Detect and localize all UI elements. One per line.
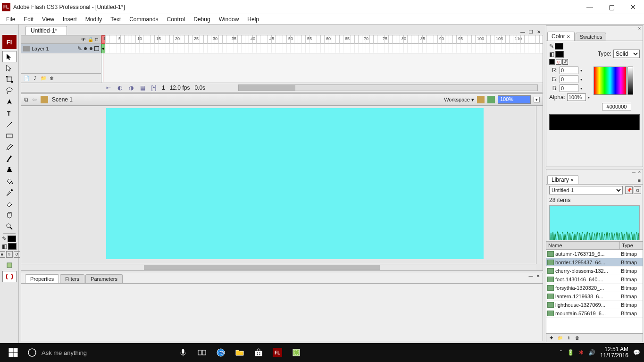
free-transform-tool[interactable] [2, 74, 17, 85]
modify-onion-markers-button[interactable]: [•] [151, 84, 157, 91]
timeline-toggle-icon[interactable]: ⧉ [24, 96, 28, 103]
keyframe-icon[interactable] [101, 44, 105, 53]
delete-layer-button[interactable]: 🗑 [49, 75, 55, 82]
library-item[interactable]: lighthouse-1327069...Bitmap [546, 301, 643, 309]
network-icon[interactable]: ✱ [579, 349, 584, 356]
doc-restore-button[interactable]: ❐ [527, 28, 534, 35]
zoom-field[interactable]: 100% [498, 95, 531, 104]
fill-color-swatch[interactable] [8, 243, 17, 250]
layer-lock-dot[interactable] [90, 47, 92, 50]
stage-vscrollbar[interactable] [536, 106, 543, 264]
battery-icon[interactable]: 🔋 [567, 349, 574, 356]
tab-color[interactable]: Color ✕ [547, 32, 575, 41]
menu-modify[interactable]: Modify [81, 15, 106, 24]
back-arrow-icon[interactable]: ⇦ [32, 96, 37, 103]
color-panel-minimize-button[interactable]: — [631, 26, 636, 31]
bw-default-button[interactable] [549, 59, 555, 65]
library-col-name[interactable]: Name [546, 242, 620, 249]
alpha-spinner-icon[interactable]: ▾ [588, 95, 590, 100]
document-tab[interactable]: Untitled-1* [25, 26, 67, 35]
menu-commands[interactable]: Commands [125, 15, 162, 24]
app-taskbar-icon[interactable] [287, 343, 306, 362]
paint-bucket-tool[interactable] [2, 176, 17, 187]
zoom-dropdown-icon[interactable]: ▾ [534, 97, 540, 102]
pen-tool[interactable] [2, 96, 17, 108]
properties-library-button[interactable]: ℹ [565, 335, 572, 341]
menu-debug[interactable]: Debug [189, 15, 214, 24]
onion-skin-button[interactable]: ◐ [117, 84, 123, 91]
pencil-tool[interactable] [2, 142, 17, 153]
panel-menu-icon[interactable]: ≡ [636, 177, 643, 184]
stage-canvas[interactable] [106, 108, 484, 259]
library-item-list[interactable]: autumn-1763719_6...Bitmapborder-1295437_… [546, 250, 643, 333]
b-spinner-icon[interactable]: ▾ [580, 86, 582, 91]
frame-strip[interactable] [101, 44, 543, 53]
close-button[interactable]: ✕ [622, 0, 644, 14]
scene-name[interactable]: Scene 1 [52, 96, 73, 103]
tab-filters[interactable]: Filters [60, 274, 84, 283]
options-area-icon[interactable] [2, 260, 17, 271]
black-white-button[interactable]: ◾ [0, 251, 5, 258]
new-folder-library-button[interactable]: 📁 [557, 335, 563, 341]
library-document-select[interactable]: Untitled-1 [549, 186, 623, 194]
visibility-header-icon[interactable]: 👁 [81, 37, 86, 42]
timeline-ruler[interactable]: 1510152025303540455055606570758085909510… [101, 35, 543, 44]
stage-area[interactable] [21, 106, 543, 271]
taskbar-search-input[interactable]: Ask me anything [42, 349, 174, 356]
selection-tool[interactable] [2, 51, 17, 62]
menu-window[interactable]: Window [215, 15, 243, 24]
library-item[interactable]: forsythia-1320320_...Bitmap [546, 284, 643, 292]
color-picker[interactable] [594, 67, 627, 95]
cortana-icon[interactable] [23, 343, 42, 362]
start-button[interactable] [4, 343, 23, 362]
doc-close-button[interactable]: ✕ [535, 28, 542, 35]
hex-input[interactable] [602, 103, 631, 110]
outline-header-icon[interactable]: □ [95, 37, 98, 42]
fill-type-select[interactable]: Solid [613, 50, 640, 58]
line-tool[interactable] [2, 119, 17, 130]
g-input[interactable] [560, 76, 578, 83]
library-item[interactable]: autumn-1763719_6...Bitmap [546, 250, 643, 258]
tab-parameters[interactable]: Parameters [85, 274, 123, 283]
volume-icon[interactable]: 🔊 [588, 349, 595, 356]
r-spinner-icon[interactable]: ▾ [580, 68, 582, 73]
alpha-input[interactable] [567, 93, 586, 101]
r-input[interactable] [560, 67, 578, 74]
edge-icon[interactable] [211, 343, 230, 362]
eyedropper-tool[interactable] [2, 187, 17, 198]
action-center-icon[interactable]: 💬 [633, 349, 640, 356]
task-view-icon[interactable] [192, 343, 211, 362]
minimize-button[interactable]: — [579, 0, 601, 14]
library-item[interactable]: cherry-blossoms-132...Bitmap [546, 267, 643, 275]
g-spinner-icon[interactable]: ▾ [580, 77, 582, 82]
onion-skin-outlines-button[interactable]: ◑ [128, 84, 134, 91]
new-layer-button[interactable]: 📄 [23, 75, 30, 82]
properties-close-button[interactable]: ✕ [535, 273, 542, 279]
tray-expand-icon[interactable]: ˄ [560, 349, 562, 356]
delete-library-button[interactable]: 🗑 [574, 335, 580, 341]
menu-control[interactable]: Control [163, 15, 190, 24]
library-col-type[interactable]: Type [620, 242, 643, 249]
rectangle-tool[interactable] [2, 130, 17, 142]
edit-symbols-icon[interactable] [487, 96, 495, 103]
flash-taskbar-icon[interactable]: FL [268, 343, 287, 362]
edit-scene-icon[interactable] [477, 96, 485, 103]
library-item[interactable]: lantern-1219638_6...Bitmap [546, 292, 643, 301]
menu-text[interactable]: Text [106, 15, 125, 24]
library-item[interactable]: foot-1430146_640....Bitmap [546, 275, 643, 284]
lock-header-icon[interactable]: 🔒 [88, 37, 93, 42]
b-input[interactable] [560, 84, 578, 92]
tab-library[interactable]: Library ✕ [547, 175, 578, 184]
properties-minimize-button[interactable]: — [527, 273, 534, 279]
stage-hscrollbar[interactable] [21, 264, 536, 270]
hand-tool[interactable] [2, 210, 17, 221]
new-folder-button[interactable]: 📁 [40, 75, 47, 82]
brush-tool[interactable] [2, 153, 17, 164]
no-color-button[interactable]: ⦸ [6, 251, 13, 258]
tab-properties[interactable]: Properties [25, 274, 59, 283]
frames-pane[interactable]: 1510152025303540455055606570758085909510… [101, 35, 543, 83]
subselection-tool[interactable] [2, 62, 17, 74]
library-item[interactable]: mountain-575619_6...Bitmap [546, 309, 643, 318]
eraser-tool[interactable] [2, 198, 17, 210]
file-explorer-icon[interactable] [230, 343, 249, 362]
